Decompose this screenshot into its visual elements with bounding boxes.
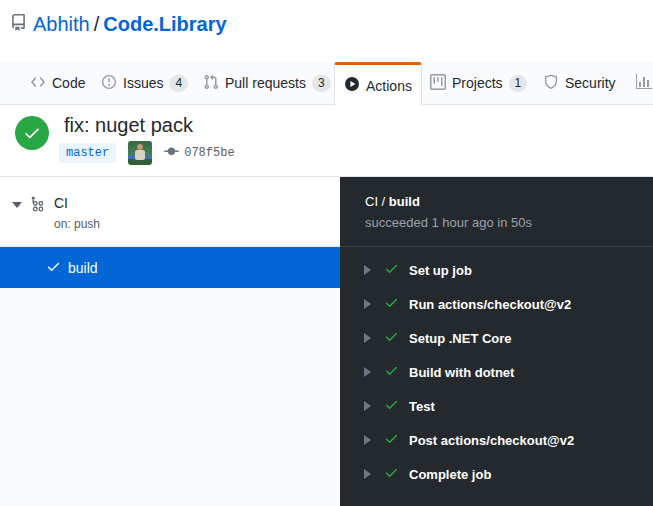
graph-icon xyxy=(636,74,652,93)
job-breadcrumb-name: build xyxy=(389,194,420,209)
check-icon xyxy=(384,295,399,314)
chevron-right-icon[interactable] xyxy=(364,401,371,411)
tab-pull-requests-label: Pull requests xyxy=(225,75,306,91)
step-row-setup-dotnet[interactable]: Setup .NET Core xyxy=(340,321,653,355)
chevron-down-icon[interactable] xyxy=(12,202,22,208)
workflow-name: CI xyxy=(54,195,68,211)
step-row-build[interactable]: Build with dotnet xyxy=(340,355,653,389)
tab-actions[interactable]: Actions xyxy=(334,62,422,106)
check-icon xyxy=(384,363,399,382)
chevron-right-icon[interactable] xyxy=(364,435,371,445)
step-label: Complete job xyxy=(409,467,491,482)
chevron-right-icon[interactable] xyxy=(364,265,371,275)
committer-avatar[interactable] xyxy=(128,141,152,165)
job-name: build xyxy=(68,260,98,276)
repo-header: Abhith / Code.Library xyxy=(10,13,227,36)
check-icon xyxy=(384,431,399,450)
job-log-panel: CI / build succeeded 1 hour ago in 50s S… xyxy=(340,177,653,506)
repo-name-link[interactable]: Code.Library xyxy=(103,13,226,36)
run-header: fix: nuget pack master 078f5be xyxy=(0,106,653,177)
tab-issues-label: Issues xyxy=(123,75,163,91)
workflow-expander[interactable]: CI on: push xyxy=(0,177,340,247)
steps-list: Set up job Run actions/checkout@v2 Setup… xyxy=(340,248,653,491)
job-status-line: succeeded 1 hour ago in 50s xyxy=(365,215,532,230)
commit-sha: 078f5be xyxy=(184,146,234,160)
tab-projects[interactable]: Projects 1 xyxy=(430,62,527,104)
job-panel-header: CI / build succeeded 1 hour ago in 50s xyxy=(340,177,653,247)
commit-link[interactable]: 078f5be xyxy=(164,144,234,163)
job-breadcrumb-prefix: CI / xyxy=(365,194,389,209)
step-label: Run actions/checkout@v2 xyxy=(409,297,571,312)
step-row-test[interactable]: Test xyxy=(340,389,653,423)
chevron-right-icon[interactable] xyxy=(364,299,371,309)
check-icon xyxy=(384,397,399,416)
step-label: Set up job xyxy=(409,263,472,278)
project-icon xyxy=(430,74,446,93)
chevron-right-icon[interactable] xyxy=(364,469,371,479)
tab-code[interactable]: Code xyxy=(30,62,85,104)
repo-tabnav: Code Issues 4 Pull requests 3 Actions Pr… xyxy=(0,62,653,105)
repo-separator: / xyxy=(94,13,100,36)
tab-security[interactable]: Security xyxy=(543,62,616,104)
actions-run-content: CI on: push build CI / build succeeded 1… xyxy=(0,177,653,506)
step-row-setup-job[interactable]: Set up job xyxy=(340,253,653,287)
step-row-complete-job[interactable]: Complete job xyxy=(340,457,653,491)
issue-opened-icon xyxy=(101,74,117,93)
repo-icon xyxy=(10,13,27,36)
job-breadcrumb: CI / build xyxy=(365,194,420,209)
tab-pull-requests[interactable]: Pull requests 3 xyxy=(203,62,331,104)
tab-code-label: Code xyxy=(52,75,85,91)
shield-icon xyxy=(543,74,559,93)
chevron-right-icon[interactable] xyxy=(364,367,371,377)
step-label: Test xyxy=(409,399,435,414)
projects-counter: 1 xyxy=(509,75,528,92)
chevron-right-icon[interactable] xyxy=(364,333,371,343)
pull-requests-counter: 3 xyxy=(312,75,331,92)
check-icon xyxy=(384,465,399,484)
repo-owner-link[interactable]: Abhith xyxy=(33,13,90,36)
step-label: Post actions/checkout@v2 xyxy=(409,433,574,448)
workflow-trigger: on: push xyxy=(54,217,100,231)
code-icon xyxy=(30,74,46,93)
tab-issues[interactable]: Issues 4 xyxy=(101,62,188,104)
issues-counter: 4 xyxy=(169,75,188,92)
git-commit-icon xyxy=(164,144,179,163)
step-label: Setup .NET Core xyxy=(409,331,512,346)
play-icon xyxy=(344,76,360,95)
check-icon xyxy=(46,259,61,277)
job-item-build[interactable]: build xyxy=(0,247,340,288)
run-status-success-icon xyxy=(15,116,49,150)
run-meta: master 078f5be xyxy=(59,141,235,165)
run-title: fix: nuget pack xyxy=(64,114,193,137)
tab-security-label: Security xyxy=(565,75,616,91)
workflow-icon xyxy=(30,196,47,217)
step-row-post-checkout[interactable]: Post actions/checkout@v2 xyxy=(340,423,653,457)
step-row-checkout[interactable]: Run actions/checkout@v2 xyxy=(340,287,653,321)
tab-actions-label: Actions xyxy=(366,78,412,94)
branch-badge[interactable]: master xyxy=(59,143,116,163)
tab-projects-label: Projects xyxy=(452,75,503,91)
check-icon xyxy=(384,261,399,280)
git-pull-request-icon xyxy=(203,74,219,93)
check-icon xyxy=(384,329,399,348)
tab-insights[interactable] xyxy=(636,62,652,104)
workflow-sidebar: CI on: push build xyxy=(0,177,340,506)
step-label: Build with dotnet xyxy=(409,365,514,380)
